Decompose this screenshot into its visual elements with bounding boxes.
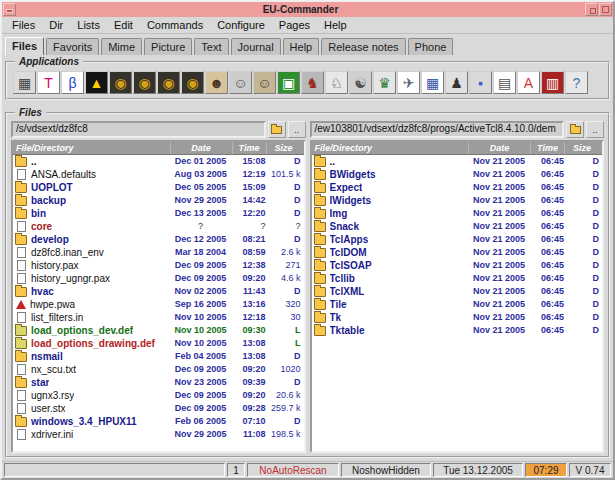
file-row[interactable]: backup Nov 29 2005 14:42 D [13,194,304,207]
abc-icon[interactable]: A [517,71,540,94]
file-row[interactable]: TclDOM Nov 21 2005 06:45 D [312,246,603,259]
file-row[interactable]: TclSOAP Nov 21 2005 06:45 D [312,259,603,272]
column-header-time[interactable]: Time [530,142,564,154]
coin-2-icon[interactable]: ◉ [133,71,156,94]
file-row[interactable]: windows_3.4_HPUX11 Feb 06 2005 07:10 D [13,415,304,428]
file-row[interactable]: UOPLOT Dec 05 2005 15:09 D [13,181,304,194]
coin-3-icon[interactable]: ◉ [157,71,180,94]
workstation-icon[interactable]: ▦ [13,71,36,94]
coin-4-icon[interactable]: ◉ [181,71,204,94]
file-row[interactable]: ugnx3.rsy Dec 09 2005 09:20 20.6 k [13,389,304,402]
file-row[interactable]: load_options_dev.def Nov 10 2005 09:30 L [13,324,304,337]
pawn-icon[interactable]: ♟ [445,71,468,94]
file-row[interactable]: IWidgets Nov 21 2005 06:45 D [312,194,603,207]
portrait-2-icon[interactable]: ☺ [229,71,252,94]
file-row[interactable]: dz8fc8.inan_env Mar 18 2004 08:59 2.6 k [13,246,304,259]
maximize-icon[interactable] [599,3,612,16]
coin-1-icon[interactable]: ◉ [109,71,132,94]
window-title: EU-Commander [17,3,584,16]
file-row[interactable]: .. Dec 01 2005 15:08 D [13,155,304,168]
prism-icon[interactable]: ▲ [85,71,108,94]
document-icon[interactable]: ▤ [493,71,516,94]
file-type-icon [15,287,27,297]
menu-item[interactable]: Dir [42,18,70,32]
menu-item[interactable]: Pages [272,18,317,32]
column-header-date[interactable]: Date [468,142,530,154]
plane-icon[interactable]: ✈ [397,71,420,94]
help-icon[interactable]: ? [565,71,588,94]
knight-icon[interactable]: ♘ [325,71,348,94]
file-row[interactable]: Tk Nov 21 2005 06:45 D [312,311,603,324]
file-row[interactable]: nx_scu.txt Dec 09 2005 09:20 1020 [13,363,304,376]
right-folder-button[interactable] [566,121,584,138]
file-row[interactable]: BWidgets Nov 21 2005 06:45 D [312,168,603,181]
telekom-icon[interactable]: T [37,71,60,94]
file-row[interactable]: Img Nov 21 2005 06:45 D [312,207,603,220]
file-row[interactable]: TclXML Nov 21 2005 06:45 D [312,285,603,298]
tab[interactable]: Files [5,37,44,55]
column-header-time[interactable]: Time [232,142,266,154]
file-row[interactable]: ANSA.defaults Aug 03 2005 12:19 101.5 k [13,168,304,181]
file-row[interactable]: core ? ? ? [13,220,304,233]
file-row[interactable]: develop Dec 12 2005 08:21 D [13,233,304,246]
file-row[interactable]: Tile Nov 21 2005 06:45 D [312,298,603,311]
left-folder-button[interactable] [268,121,286,138]
file-row[interactable]: TclApps Nov 21 2005 06:45 D [312,233,603,246]
left-updir-button[interactable]: .. [288,121,306,138]
column-header-date[interactable]: Date [170,142,232,154]
right-updir-button[interactable]: .. [586,121,604,138]
portrait-1-icon[interactable]: ☻ [205,71,228,94]
grid-icon[interactable]: ▦ [421,71,444,94]
menu-item[interactable]: Files [5,18,42,32]
file-row[interactable]: user.stx Dec 09 2005 09:28 259.7 k [13,402,304,415]
file-row[interactable]: history.pax Dec 09 2005 12:38 271 [13,259,304,272]
tab[interactable]: Help [283,38,320,55]
menu-item[interactable]: Commands [140,18,210,32]
portrait-3-icon[interactable]: ☺ [253,71,276,94]
file-row[interactable]: Tktable Nov 21 2005 06:45 D [312,324,603,337]
tab[interactable]: Journal [231,38,281,55]
right-path-input[interactable]: /ew103801/vdsext/dz8fc8/progs/ActiveTcl8… [310,121,565,138]
tab[interactable]: Release notes [321,38,405,55]
file-row[interactable]: list_filters.in Nov 10 2005 12:18 30 [13,311,304,324]
tab[interactable]: Phone [408,38,454,55]
menu-item[interactable]: Help [317,18,354,32]
file-name: load_options_drawing.def [31,337,155,350]
file-time: 06:45 [530,155,564,168]
tab[interactable]: Mime [101,38,142,55]
column-header-size[interactable]: Size [266,142,304,154]
file-row[interactable]: Snack Nov 21 2005 06:45 D [312,220,603,233]
file-row[interactable]: hwpe.pwa Sep 16 2005 13:16 320 [13,298,304,311]
menu-item[interactable]: Configure [210,18,272,32]
minimize-icon[interactable] [585,3,598,16]
file-row[interactable]: bin Dec 13 2005 12:20 D [13,207,304,220]
file-row[interactable]: .. Nov 21 2005 06:45 D [312,155,603,168]
file-time: 06:45 [530,324,564,337]
file-size: D [266,194,304,207]
file-row[interactable]: history_ugngr.pax Dec 09 2005 09:20 4.6 … [13,272,304,285]
tab[interactable]: Text [194,38,228,55]
tab[interactable]: Picture [144,38,192,55]
red-horse-icon[interactable]: ♞ [301,71,324,94]
file-row[interactable]: xdriver.ini Nov 29 2005 11:08 198.5 k [13,428,304,441]
menu-item[interactable]: Lists [70,18,107,32]
file-row[interactable]: star Nov 23 2005 09:39 D [13,376,304,389]
file-row[interactable]: Expect Nov 21 2005 06:45 D [312,181,603,194]
file-row[interactable]: nsmail Feb 04 2005 13:08 D [13,350,304,363]
file-row[interactable]: Tcllib Nov 21 2005 06:45 D [312,272,603,285]
tab[interactable]: Favorits [46,38,99,55]
masks-icon[interactable]: ☯ [349,71,372,94]
column-header-name[interactable]: File/Directory [13,142,170,154]
file-row[interactable]: load_options_drawing.def Nov 10 2005 13:… [13,337,304,350]
column-header-name[interactable]: File/Directory [312,142,469,154]
beta-icon[interactable]: β [61,71,84,94]
menu-item[interactable]: Edit [107,18,140,32]
disk-icon[interactable]: ▪ [469,71,492,94]
crown-icon[interactable]: ♛ [373,71,396,94]
window-menu-icon[interactable] [3,3,16,16]
file-row[interactable]: hvac Nov 02 2005 11:43 D [13,285,304,298]
green-box-icon[interactable]: ▣ [277,71,300,94]
column-header-size[interactable]: Size [564,142,602,154]
book-icon[interactable]: ▥ [541,71,564,94]
left-path-input[interactable]: /s/vdsext/dz8fc8 [11,121,266,138]
